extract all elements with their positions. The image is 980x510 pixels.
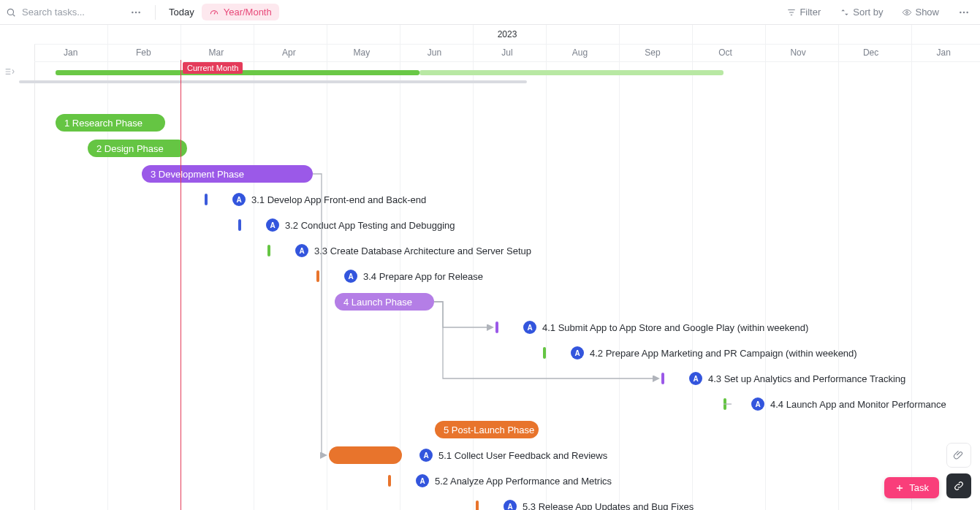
overflow-button[interactable] (954, 4, 974, 21)
left-edge-line (34, 25, 35, 510)
subtask-row[interactable]: A3.2 Conduct App Testing and Debugging (238, 218, 455, 232)
assignee-avatar[interactable]: A (751, 397, 764, 411)
assignee-avatar[interactable]: A (571, 346, 584, 359)
toolbar: Today Year/Month Filter Sort by Show (0, 0, 980, 25)
svg-point-0 (7, 9, 13, 15)
assignee-avatar[interactable]: A (504, 500, 517, 510)
timeline-canvas[interactable]: 2023 JanFebMarAprMayJunJulAugSepOctNovDe… (0, 25, 980, 510)
subtask-label: 4.4 Launch App and Monitor Performance (770, 399, 946, 410)
subtask-row[interactable]: A3.4 Prepare App for Release (316, 269, 483, 283)
svg-point-3 (135, 11, 137, 12)
zoom-level-pill[interactable]: Year/Month (202, 4, 279, 20)
gauge-icon (209, 7, 219, 18)
chevron-right-double-icon (4, 66, 15, 77)
svg-line-5 (214, 12, 216, 14)
subtask-tick (388, 475, 391, 487)
task-bar[interactable]: 4 Launch Phase (335, 293, 434, 311)
month-header: Nov (761, 47, 835, 58)
link-fab[interactable] (946, 473, 971, 498)
month-header: Dec (835, 47, 908, 58)
subtask-row[interactable]: A3.3 Create Database Architecture and Se… (267, 243, 531, 258)
new-task-label: Task (909, 482, 929, 493)
show-label: Show (915, 7, 939, 18)
subtask-tick (661, 373, 664, 384)
assignee-avatar[interactable]: A (232, 193, 246, 206)
month-header: Jan (907, 47, 980, 58)
assignee-avatar[interactable]: A (266, 218, 279, 232)
task-bar[interactable]: 3 Development Phase (142, 165, 313, 183)
subtask-tick (205, 194, 208, 205)
svg-point-8 (963, 11, 965, 12)
subtask-label: 5.3 Release App Updates and Bug Fixes (523, 501, 694, 511)
assignee-avatar[interactable]: A (523, 321, 536, 334)
expand-sidebar-handle[interactable] (0, 61, 19, 82)
task-bar-label: 3 Development Phase (151, 169, 244, 180)
current-month-line (181, 60, 181, 510)
assignee-avatar[interactable]: A (344, 270, 357, 283)
task-bar-label: 5 Post-Launch Phase (444, 425, 534, 435)
assignee-avatar[interactable]: A (295, 244, 308, 257)
subtask-row[interactable]: A4.1 Submit App to App Store and Google … (495, 320, 808, 335)
subtask-row[interactable]: A3.1 Develop App Front-end and Back-end (205, 192, 426, 207)
month-header: Aug (544, 47, 617, 58)
timeline-grid: 2023 JanFebMarAprMayJunJulAugSepOctNovDe… (19, 25, 980, 510)
month-header: May (325, 47, 398, 58)
subtask-label: 3.4 Prepare App for Release (363, 271, 483, 282)
svg-point-4 (138, 11, 140, 12)
subtask-tick (476, 501, 479, 510)
attachment-fab[interactable] (946, 443, 971, 468)
subtask-row[interactable]: A5.3 Release App Updates and Bug Fixes (476, 499, 694, 510)
month-header: Jun (398, 47, 471, 58)
sort-button[interactable]: Sort by (835, 4, 887, 20)
month-header: Jul (471, 47, 544, 58)
link-icon (953, 480, 965, 492)
task-bar[interactable]: 5 Post-Launch Phase (435, 421, 539, 438)
subtask-label: 4.2 Prepare App Marketing and PR Campaig… (590, 348, 857, 359)
filter-button[interactable]: Filter (782, 4, 825, 20)
svg-line-1 (13, 14, 15, 16)
svg-point-9 (966, 11, 968, 12)
task-bar[interactable]: 1 Research Phase (56, 114, 165, 132)
paperclip-icon (953, 449, 965, 461)
svg-point-2 (132, 11, 133, 12)
subtask-tick (238, 219, 241, 231)
today-button[interactable]: Today (164, 4, 199, 20)
sort-label: Sort by (853, 7, 883, 18)
subtask-label: 4.1 Submit App to App Store and Google P… (542, 322, 808, 333)
month-header: Mar (180, 47, 253, 58)
task-bar-label: 1 Research Phase (64, 118, 143, 129)
task-bar[interactable] (329, 446, 402, 464)
subtask-row[interactable]: A5.1 Collect User Feedback and Reviews (419, 448, 607, 463)
filter-icon (786, 7, 797, 18)
subtask-row[interactable]: A5.2 Analyze App Performance and Metrics (388, 473, 612, 488)
month-header: Apr (253, 47, 326, 58)
mini-scroll-indicator (19, 80, 527, 83)
assignee-avatar[interactable]: A (416, 474, 429, 487)
search-input[interactable] (20, 6, 123, 18)
current-month-label: Current Month (183, 62, 243, 74)
subtask-label: 5.1 Collect User Feedback and Reviews (438, 450, 607, 461)
more-button[interactable] (126, 4, 146, 21)
show-button[interactable]: Show (897, 4, 943, 20)
assignee-avatar[interactable]: A (689, 372, 702, 385)
subtask-tick (316, 270, 319, 282)
summary-bar (419, 70, 723, 75)
header-divider-1 (34, 44, 980, 45)
eye-icon (902, 7, 912, 18)
subtask-label: 3.3 Create Database Architecture and Ser… (314, 246, 531, 256)
search-icon (6, 7, 16, 18)
subtask-row[interactable]: A4.4 Launch App and Monitor Performance (723, 397, 946, 411)
svg-point-7 (960, 11, 961, 12)
subtask-tick (723, 398, 726, 410)
subtask-tick (543, 347, 546, 359)
task-bar[interactable]: 2 Design Phase (88, 140, 187, 157)
new-task-fab[interactable]: Task (884, 477, 939, 498)
subtask-label: 4.3 Set up Analytics and Performance Tra… (708, 373, 905, 384)
assignee-avatar[interactable]: A (419, 449, 433, 462)
plus-icon (894, 483, 905, 493)
svg-point-6 (906, 11, 908, 13)
sort-icon (840, 7, 850, 18)
month-header: Feb (107, 47, 181, 58)
subtask-row[interactable]: A4.2 Prepare App Marketing and PR Campai… (543, 346, 857, 360)
subtask-row[interactable]: A4.3 Set up Analytics and Performance Tr… (661, 371, 905, 386)
